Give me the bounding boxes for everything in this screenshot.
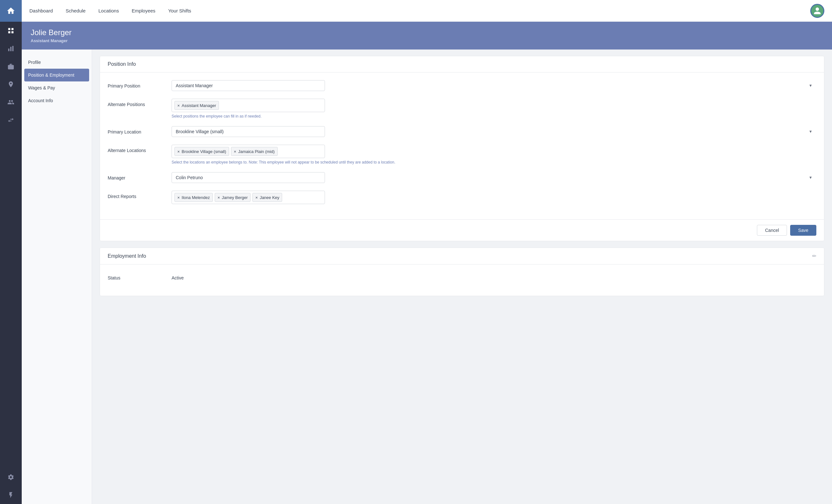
primary-location-row: Primary Location Brookline Village (smal… — [108, 126, 816, 137]
svg-rect-3 — [11, 31, 14, 33]
tag-assistant-manager: × Assistant Manager — [175, 101, 219, 110]
alternate-positions-row: Alternate Positions × Assistant Manager … — [108, 99, 816, 118]
svg-rect-4 — [8, 49, 9, 51]
tag-brookline-village: × Brookline Village (small) — [175, 147, 229, 156]
tag-jp-x-icon[interactable]: × — [234, 149, 236, 154]
primary-position-arrow-icon: ▼ — [809, 83, 812, 88]
position-info-title: Position Info — [108, 61, 136, 67]
main-area: Dashboard Schedule Locations Employees Y… — [22, 0, 832, 504]
sidebar-icon-briefcase[interactable] — [0, 57, 22, 75]
page-header: Jolie Berger Assistant Manager — [22, 22, 832, 50]
alternate-positions-input[interactable]: × Assistant Manager — [172, 99, 325, 112]
status-value: Active — [172, 272, 184, 281]
alternate-locations-input[interactable]: × Brookline Village (small) × Jamaica Pl… — [172, 145, 325, 158]
manager-control: Colin Petruno ▼ — [172, 172, 816, 183]
primary-location-select-wrapper: Brookline Village (small) ▼ — [172, 126, 816, 137]
primary-position-control: Assistant Manager ▼ — [172, 80, 816, 91]
content-area: Profile Position & Employment Wages & Pa… — [22, 50, 832, 504]
leftnav-wages-pay[interactable]: Wages & Pay — [22, 81, 92, 94]
save-button[interactable]: Save — [790, 225, 816, 236]
manager-label: Manager — [108, 172, 165, 181]
leftnav-position-employment[interactable]: Position & Employment — [24, 69, 89, 81]
svg-rect-1 — [11, 28, 14, 30]
tag-jamey-x-icon[interactable]: × — [217, 195, 220, 200]
manager-select[interactable]: Colin Petruno — [172, 172, 325, 183]
status-row: Status Active — [108, 272, 816, 281]
tag-janee: × Janee Key — [253, 193, 282, 202]
sidebar-icon-settings[interactable] — [0, 468, 22, 486]
tag-jamaica-plain: × Jamaica Plain (mid) — [231, 147, 278, 156]
primary-location-control: Brookline Village (small) ▼ — [172, 126, 816, 137]
position-info-card: Position Info Primary Position Assistant… — [100, 56, 824, 241]
employee-name: Jolie Berger — [31, 28, 823, 37]
icon-sidebar — [0, 0, 22, 504]
tag-jamey: × Jamey Berger — [215, 193, 251, 202]
tag-bv-x-icon[interactable]: × — [177, 149, 180, 154]
sidebar-icon-bolt[interactable] — [0, 486, 22, 504]
manager-row: Manager Colin Petruno ▼ — [108, 172, 816, 183]
direct-reports-row: Direct Reports × Ilona Melendez × Jamey … — [108, 191, 816, 204]
svg-rect-6 — [12, 46, 14, 51]
nav-locations[interactable]: Locations — [98, 8, 119, 14]
status-label: Status — [108, 272, 165, 281]
tag-ilona-x-icon[interactable]: × — [177, 195, 180, 200]
employment-edit-icon[interactable]: ✏ — [812, 253, 816, 259]
tag-bv-label: Brookline Village (small) — [182, 149, 226, 154]
tag-janee-label: Janee Key — [260, 195, 279, 200]
svg-rect-0 — [8, 28, 10, 30]
svg-rect-5 — [10, 47, 11, 51]
employment-info-body: Status Active — [100, 264, 824, 296]
tag-jp-label: Jamaica Plain (mid) — [238, 149, 275, 154]
left-nav: Profile Position & Employment Wages & Pa… — [22, 50, 92, 504]
primary-position-select-wrapper: Assistant Manager ▼ — [172, 80, 816, 91]
direct-reports-input[interactable]: × Ilona Melendez × Jamey Berger × Janee … — [172, 191, 325, 204]
tag-jamey-label: Jamey Berger — [222, 195, 248, 200]
alternate-positions-control: × Assistant Manager Select positions the… — [172, 99, 816, 118]
home-button[interactable] — [0, 0, 22, 22]
direct-reports-control: × Ilona Melendez × Jamey Berger × Janee … — [172, 191, 816, 204]
alternate-positions-hint: Select positions the employee can fill i… — [172, 114, 816, 118]
svg-rect-2 — [8, 31, 10, 33]
page-content: Position Info Primary Position Assistant… — [92, 50, 832, 504]
alternate-locations-label: Alternate Locations — [108, 145, 165, 153]
primary-position-row: Primary Position Assistant Manager ▼ — [108, 80, 816, 91]
direct-reports-label: Direct Reports — [108, 191, 165, 199]
nav-your-shifts[interactable]: Your Shifts — [168, 8, 191, 14]
user-avatar[interactable] — [810, 4, 824, 18]
nav-schedule[interactable]: Schedule — [66, 8, 86, 14]
nav-dashboard[interactable]: Dashboard — [29, 8, 53, 14]
tag-x-icon[interactable]: × — [177, 103, 180, 108]
position-info-btn-row: Cancel Save — [100, 219, 824, 241]
top-nav: Dashboard Schedule Locations Employees Y… — [22, 0, 832, 22]
alternate-positions-label: Alternate Positions — [108, 99, 165, 107]
employee-role: Assistant Manager — [31, 38, 823, 43]
primary-location-label: Primary Location — [108, 126, 165, 134]
alternate-locations-hint: Select the locations an employee belongs… — [172, 160, 816, 164]
primary-position-select[interactable]: Assistant Manager — [172, 80, 325, 91]
alternate-locations-control: × Brookline Village (small) × Jamaica Pl… — [172, 145, 816, 164]
leftnav-profile[interactable]: Profile — [22, 56, 92, 69]
sidebar-icon-transfer[interactable] — [0, 111, 22, 129]
cancel-button[interactable]: Cancel — [757, 225, 787, 236]
alternate-locations-row: Alternate Locations × Brookline Village … — [108, 145, 816, 164]
primary-position-label: Primary Position — [108, 80, 165, 88]
employment-info-title: Employment Info — [108, 253, 146, 259]
primary-location-arrow-icon: ▼ — [809, 129, 812, 134]
sidebar-icon-people[interactable] — [0, 93, 22, 111]
top-nav-links: Dashboard Schedule Locations Employees Y… — [29, 8, 810, 14]
sidebar-icon-location[interactable] — [0, 75, 22, 93]
leftnav-account-info[interactable]: Account Info — [22, 94, 92, 107]
manager-arrow-icon: ▼ — [809, 175, 812, 180]
manager-select-wrapper: Colin Petruno ▼ — [172, 172, 816, 183]
sidebar-icon-grid[interactable] — [0, 22, 22, 39]
tag-label: Assistant Manager — [182, 103, 216, 108]
tag-ilona-label: Ilona Melendez — [182, 195, 210, 200]
tag-janee-x-icon[interactable]: × — [255, 195, 258, 200]
employment-info-card: Employment Info ✏ Status Active — [100, 247, 824, 296]
employment-info-header: Employment Info ✏ — [100, 248, 824, 264]
position-info-body: Primary Position Assistant Manager ▼ — [100, 73, 824, 219]
primary-location-select[interactable]: Brookline Village (small) — [172, 126, 325, 137]
sidebar-icon-chart[interactable] — [0, 39, 22, 57]
tag-ilona: × Ilona Melendez — [175, 193, 213, 202]
nav-employees[interactable]: Employees — [132, 8, 155, 14]
